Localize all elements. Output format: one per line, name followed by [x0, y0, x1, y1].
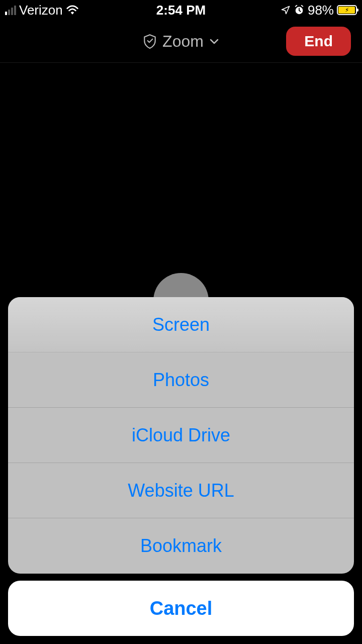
- nav-bar: Zoom End: [0, 20, 362, 63]
- nav-title: Zoom: [162, 32, 204, 51]
- share-option-bookmark[interactable]: Bookmark: [8, 518, 354, 574]
- share-option-website-url[interactable]: Website URL: [8, 463, 354, 518]
- share-option-icloud-drive[interactable]: iCloud Drive: [8, 408, 354, 463]
- battery-icon: ⚡︎: [337, 5, 357, 15]
- carrier-label: Verizon: [19, 3, 63, 18]
- location-icon: [281, 5, 291, 15]
- status-bar: Verizon 2:54 PM 98% ⚡︎: [0, 0, 362, 20]
- share-option-screen[interactable]: Screen: [8, 297, 354, 352]
- alarm-icon: [294, 5, 305, 16]
- action-sheet-options: Screen Photos iCloud Drive Website URL B…: [8, 297, 354, 574]
- chevron-down-icon: [210, 38, 219, 44]
- action-sheet-cancel-group: Cancel: [8, 581, 354, 636]
- wifi-icon: [66, 5, 79, 15]
- shield-icon: [143, 34, 156, 49]
- battery-percent: 98%: [308, 3, 334, 18]
- action-sheet: Screen Photos iCloud Drive Website URL B…: [8, 297, 354, 636]
- status-time: 2:54 PM: [156, 3, 206, 18]
- end-button[interactable]: End: [286, 27, 351, 56]
- signal-icon: [5, 5, 16, 15]
- share-option-photos[interactable]: Photos: [8, 352, 354, 408]
- meeting-title-dropdown[interactable]: Zoom: [143, 32, 219, 51]
- status-left: Verizon: [5, 3, 79, 18]
- status-right: 98% ⚡︎: [281, 3, 357, 18]
- cancel-button[interactable]: Cancel: [8, 581, 354, 636]
